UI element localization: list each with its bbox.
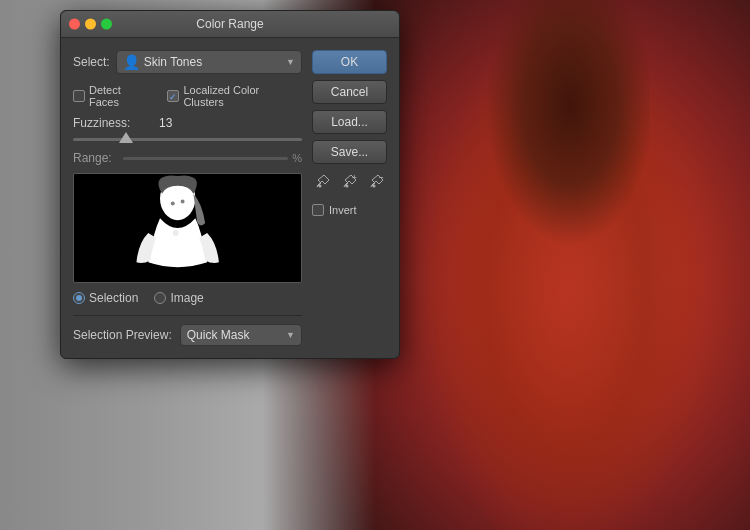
select-dropdown[interactable]: 👤 Skin Tones ▼: [116, 50, 302, 74]
localized-color-clusters-checkbox[interactable]: ✓ Localized Color Clusters: [167, 84, 302, 108]
preview-svg: [74, 174, 301, 282]
dialog-titlebar: Color Range: [61, 11, 399, 38]
localized-color-clusters-box: ✓: [167, 90, 179, 102]
svg-point-3: [181, 200, 185, 204]
range-row: Range: %: [73, 151, 302, 165]
minimize-button[interactable]: [85, 19, 96, 30]
svg-text:+: +: [352, 173, 357, 182]
invert-label: Invert: [329, 204, 357, 216]
dialog-title: Color Range: [196, 17, 263, 31]
hair-overlay: [450, 0, 650, 350]
detect-faces-label: Detect Faces: [89, 84, 153, 108]
dialog-body: Select: 👤 Skin Tones ▼ Detect Faces: [61, 38, 399, 358]
select-dropdown-text: 👤 Skin Tones: [123, 54, 202, 70]
selection-radio-label: Selection: [89, 291, 138, 305]
detect-faces-box: [73, 90, 85, 102]
detect-faces-checkbox[interactable]: Detect Faces: [73, 84, 153, 108]
person-icon: 👤: [123, 54, 140, 70]
selection-preview-label: Selection Preview:: [73, 328, 172, 342]
image-radio[interactable]: Image: [154, 291, 203, 305]
load-button[interactable]: Load...: [312, 110, 387, 134]
eyedropper-normal[interactable]: [312, 170, 333, 192]
eyedropper-add[interactable]: +: [339, 170, 360, 192]
fuzziness-row: Fuzziness: 13: [73, 116, 302, 130]
svg-point-8: [372, 185, 375, 188]
invert-checkbox-box: [312, 204, 324, 216]
traffic-lights: [69, 19, 112, 30]
fuzziness-thumb-triangle: [119, 132, 133, 143]
checkboxes-row: Detect Faces ✓ Localized Color Clusters: [73, 84, 302, 108]
eyedropper-subtract[interactable]: −: [366, 170, 387, 192]
color-range-dialog: Color Range Select: 👤 Skin Tones ▼: [60, 10, 400, 359]
fuzziness-thumb[interactable]: [119, 132, 133, 143]
close-button[interactable]: [69, 19, 80, 30]
maximize-button[interactable]: [101, 19, 112, 30]
image-radio-circle: [154, 292, 166, 304]
selection-preview-row: Selection Preview: Quick Mask ▼: [73, 315, 302, 346]
ok-button[interactable]: OK: [312, 50, 387, 74]
preview-image: [73, 173, 302, 283]
svg-point-5: [318, 185, 321, 188]
select-row: Select: 👤 Skin Tones ▼: [73, 50, 302, 74]
localized-color-clusters-label: Localized Color Clusters: [183, 84, 302, 108]
svg-point-2: [171, 201, 175, 205]
preview-chevron-down-icon: ▼: [286, 330, 295, 340]
select-value: Skin Tones: [144, 55, 202, 69]
save-button[interactable]: Save...: [312, 140, 387, 164]
fuzziness-value: 13: [159, 116, 172, 130]
svg-text:−: −: [379, 173, 384, 182]
fuzziness-slider[interactable]: [73, 134, 302, 145]
fuzziness-label: Fuzziness:: [73, 116, 153, 130]
svg-point-6: [345, 185, 348, 188]
image-radio-label: Image: [170, 291, 203, 305]
cancel-button[interactable]: Cancel: [312, 80, 387, 104]
radio-row: Selection Image: [73, 291, 302, 305]
range-track[interactable]: [123, 157, 288, 160]
selection-preview-dropdown[interactable]: Quick Mask ▼: [180, 324, 302, 346]
selection-radio-circle: [73, 292, 85, 304]
main-canvas: Color Range Select: 👤 Skin Tones ▼: [0, 0, 750, 530]
range-percent: %: [292, 152, 302, 164]
dialog-right-panel: OK Cancel Load... Save...: [312, 50, 387, 346]
invert-row[interactable]: Invert: [312, 204, 387, 216]
svg-point-4: [173, 230, 179, 236]
dialog-left-panel: Select: 👤 Skin Tones ▼ Detect Faces: [73, 50, 302, 346]
eyedropper-row: + −: [312, 170, 387, 192]
fuzziness-track: [73, 138, 302, 141]
range-label: Range:: [73, 151, 123, 165]
selection-radio[interactable]: Selection: [73, 291, 138, 305]
selection-preview-value: Quick Mask: [187, 328, 250, 342]
chevron-down-icon: ▼: [286, 57, 295, 67]
select-label: Select:: [73, 55, 110, 69]
